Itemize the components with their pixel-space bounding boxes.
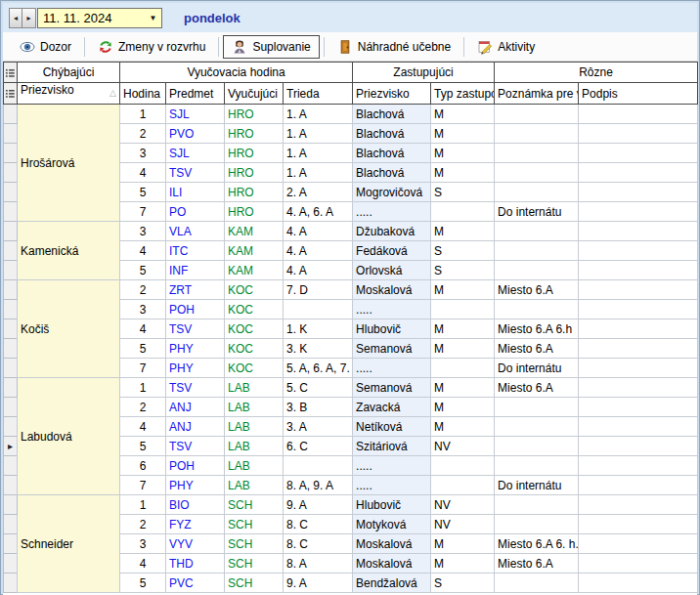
row-selector-cell[interactable] — [4, 144, 18, 163]
trieda-cell[interactable]: 5. A, 6. A, 7. — [284, 359, 353, 378]
table-menu-icon[interactable] — [4, 63, 18, 83]
vyucujuci-cell[interactable]: SCH — [225, 574, 284, 593]
date-dropdown-icon[interactable]: ▼ — [145, 14, 161, 22]
podpis-cell[interactable] — [579, 144, 698, 163]
column-header-hodina[interactable]: Hodina — [120, 83, 166, 105]
vyucujuci-cell[interactable]: HRO — [225, 144, 284, 163]
podpis-cell[interactable] — [579, 495, 698, 515]
absent-teacher-cell[interactable]: Schneider — [18, 495, 120, 593]
vyucujuci-cell[interactable]: KOC — [225, 339, 284, 359]
substitute-cell[interactable]: ..... — [353, 359, 431, 378]
predmet-cell[interactable]: PVC — [166, 574, 225, 593]
substitute-cell[interactable]: Hlubovič — [353, 319, 431, 339]
prev-day-button[interactable]: ◂ — [9, 8, 22, 28]
typ-cell[interactable]: M — [431, 105, 495, 124]
vyucujuci-cell[interactable]: HRO — [225, 105, 284, 124]
hodina-cell[interactable]: 3 — [120, 144, 166, 163]
vyucujuci-cell[interactable]: LAB — [225, 476, 284, 495]
hodina-cell[interactable]: 3 — [120, 300, 166, 319]
vyucujuci-cell[interactable]: KOC — [225, 359, 284, 378]
vyucujuci-cell[interactable]: KOC — [225, 319, 284, 339]
hodina-cell[interactable]: 2 — [120, 124, 166, 144]
poznamka-cell[interactable] — [495, 105, 579, 124]
predmet-cell[interactable]: POH — [166, 300, 225, 319]
substitute-cell[interactable]: Blachová — [353, 105, 431, 124]
column-header-podpis[interactable]: Podpis — [579, 83, 698, 105]
tab-zmeny-v-rozvrhu[interactable]: Zmeny v rozvrhu — [89, 35, 214, 59]
row-selector-cell[interactable] — [4, 476, 18, 495]
row-selector-cell[interactable] — [4, 163, 18, 183]
poznamka-cell[interactable]: Miesto 6.A 6.h — [495, 319, 579, 339]
typ-cell[interactable] — [431, 300, 495, 319]
hodina-cell[interactable]: 5 — [120, 261, 166, 280]
row-selector-cell[interactable] — [4, 300, 18, 319]
typ-cell[interactable]: NV — [431, 437, 495, 456]
absent-teacher-cell[interactable]: Kočiš — [18, 280, 120, 378]
hodina-cell[interactable]: 4 — [120, 554, 166, 574]
predmet-cell[interactable]: PVO — [166, 124, 225, 144]
predmet-cell[interactable]: FYZ — [166, 515, 225, 534]
predmet-cell[interactable]: TSV — [166, 163, 225, 183]
typ-cell[interactable]: S — [431, 574, 495, 593]
poznamka-cell[interactable] — [495, 163, 579, 183]
row-selector-cell[interactable] — [4, 124, 18, 144]
podpis-cell[interactable] — [579, 554, 698, 574]
vyucujuci-cell[interactable]: KAM — [225, 222, 284, 241]
hodina-cell[interactable]: 2 — [120, 398, 166, 417]
poznamka-cell[interactable] — [495, 515, 579, 534]
substitute-cell[interactable]: Blachová — [353, 124, 431, 144]
podpis-cell[interactable] — [579, 476, 698, 495]
poznamka-cell[interactable]: Miesto 6.A — [495, 339, 579, 359]
predmet-cell[interactable]: TSV — [166, 437, 225, 456]
hodina-cell[interactable]: 1 — [120, 105, 166, 124]
hodina-cell[interactable]: 5 — [120, 574, 166, 593]
poznamka-cell[interactable] — [495, 456, 579, 476]
vyucujuci-cell[interactable]: SCH — [225, 515, 284, 534]
row-selector-cell[interactable] — [4, 515, 18, 534]
vyucujuci-cell[interactable]: SCH — [225, 495, 284, 515]
hodina-cell[interactable]: 7 — [120, 202, 166, 222]
substitute-cell[interactable]: Džubaková — [353, 222, 431, 241]
typ-cell[interactable] — [431, 476, 495, 495]
vyucujuci-cell[interactable]: HRO — [225, 183, 284, 202]
predmet-cell[interactable]: BIO — [166, 495, 225, 515]
trieda-cell[interactable]: 4. A — [284, 261, 353, 280]
tab-dozor[interactable]: Dozor — [11, 35, 80, 59]
predmet-cell[interactable]: SJL — [166, 144, 225, 163]
substitute-cell[interactable]: ..... — [353, 476, 431, 495]
hodina-cell[interactable]: 2 — [120, 280, 166, 300]
row-selector-cell[interactable] — [4, 574, 18, 593]
trieda-cell[interactable]: 1. A — [284, 163, 353, 183]
row-selector-cell[interactable] — [4, 378, 18, 398]
hodina-cell[interactable]: 4 — [120, 319, 166, 339]
predmet-cell[interactable]: ZRT — [166, 280, 225, 300]
poznamka-cell[interactable] — [495, 417, 579, 437]
column-header-absent[interactable]: Priezvisko△ — [18, 83, 120, 105]
podpis-cell[interactable] — [579, 241, 698, 261]
row-selector-cell[interactable] — [4, 456, 18, 476]
podpis-cell[interactable] — [579, 319, 698, 339]
poznamka-cell[interactable]: Do internátu — [495, 476, 579, 495]
podpis-cell[interactable] — [579, 105, 698, 124]
hodina-cell[interactable]: 4 — [120, 241, 166, 261]
poznamka-cell[interactable] — [495, 574, 579, 593]
tab-nahradne-ucebne[interactable]: Náhradné učebne — [328, 35, 459, 59]
substitute-cell[interactable]: Mogrovičová — [353, 183, 431, 202]
substitute-cell[interactable]: Moskalová — [353, 554, 431, 574]
trieda-cell[interactable]: 4. A, 6. A — [284, 202, 353, 222]
hodina-cell[interactable]: 5 — [120, 437, 166, 456]
date-picker[interactable]: 11. 11. 2024 ▼ — [37, 8, 162, 28]
predmet-cell[interactable]: ILI — [166, 183, 225, 202]
current-row-indicator[interactable]: ▸ — [4, 437, 18, 456]
predmet-cell[interactable]: PO — [166, 202, 225, 222]
predmet-cell[interactable]: ANJ — [166, 417, 225, 437]
typ-cell[interactable]: M — [431, 163, 495, 183]
podpis-cell[interactable] — [579, 359, 698, 378]
hodina-cell[interactable]: 4 — [120, 163, 166, 183]
typ-cell[interactable]: M — [431, 144, 495, 163]
trieda-cell[interactable]: 3. K — [284, 339, 353, 359]
podpis-cell[interactable] — [579, 398, 698, 417]
hodina-cell[interactable]: 7 — [120, 359, 166, 378]
row-selector-cell[interactable] — [4, 183, 18, 202]
trieda-cell[interactable]: 7. D — [284, 280, 353, 300]
